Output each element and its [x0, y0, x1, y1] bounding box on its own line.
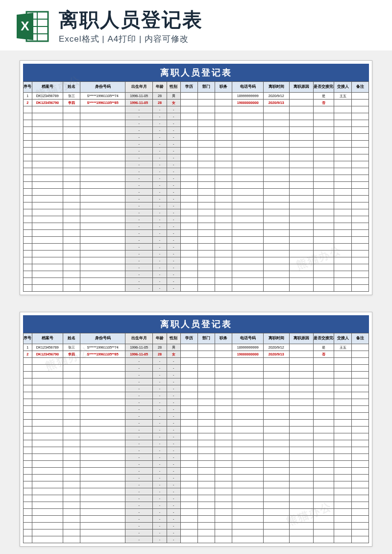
cell	[314, 244, 334, 251]
cell	[32, 127, 63, 134]
col-header: 离职时间	[263, 82, 289, 93]
cell	[232, 106, 263, 113]
cell	[24, 433, 32, 440]
cell	[232, 141, 263, 148]
cell	[334, 141, 351, 148]
cell	[197, 413, 215, 420]
cell	[289, 251, 313, 257]
cell	[314, 141, 334, 148]
col-header: 序号	[24, 333, 32, 344]
cell: -	[153, 168, 167, 175]
cell: -	[125, 127, 152, 134]
page-title: 离职人员登记表	[59, 9, 377, 30]
cell	[32, 378, 63, 385]
cell	[24, 216, 32, 223]
table-row: ---	[24, 148, 369, 154]
cell: -	[153, 399, 167, 406]
cell	[289, 264, 313, 271]
cell	[63, 365, 80, 372]
cell	[263, 244, 289, 251]
cell	[180, 372, 197, 378]
cell	[32, 365, 63, 372]
cell	[289, 454, 313, 461]
cell: -	[167, 488, 180, 495]
cell	[215, 365, 232, 372]
cell: -	[167, 189, 180, 196]
cell: -	[153, 154, 167, 161]
cell	[334, 168, 351, 175]
cell	[180, 216, 197, 223]
cell	[180, 344, 197, 351]
cell	[232, 237, 263, 244]
cell: -	[125, 461, 152, 468]
cell	[314, 468, 334, 475]
cell: -	[167, 141, 180, 148]
cell	[197, 454, 215, 461]
cell: -	[153, 196, 167, 202]
cell	[215, 189, 232, 196]
cell	[232, 223, 263, 230]
cell: 2	[24, 100, 32, 106]
cell	[334, 127, 351, 134]
cell: -	[153, 271, 167, 278]
cell	[180, 278, 197, 285]
cell	[24, 392, 32, 399]
cell	[334, 251, 351, 257]
cell	[32, 278, 63, 285]
cell	[80, 196, 125, 202]
cell	[32, 209, 63, 216]
cell	[232, 230, 263, 237]
cell	[289, 161, 313, 168]
cell	[32, 175, 63, 182]
cell	[289, 536, 313, 543]
cell	[263, 106, 289, 113]
cell	[232, 475, 263, 481]
table-row: ---	[24, 154, 369, 161]
cell	[63, 175, 80, 182]
cell	[314, 223, 334, 230]
cell	[180, 488, 197, 495]
cell	[180, 475, 197, 481]
cell	[351, 216, 368, 223]
cell	[197, 168, 215, 175]
cell	[314, 516, 334, 523]
cell	[334, 278, 351, 285]
cell	[289, 257, 313, 264]
cell: -	[167, 285, 180, 292]
sheet-preview-2: 熊猫办公 熊猫办公 离职人员登记表 序号档案号姓名身份号码出生年月年龄性别学历部…	[20, 312, 372, 547]
cell	[289, 175, 313, 182]
cell	[24, 230, 32, 237]
cell	[351, 223, 368, 230]
cell	[215, 134, 232, 141]
cell	[63, 468, 80, 475]
cell	[232, 161, 263, 168]
cell	[351, 523, 368, 529]
cell	[63, 475, 80, 481]
cell	[197, 523, 215, 529]
cell	[314, 251, 334, 257]
cell	[215, 113, 232, 120]
cell	[24, 285, 32, 292]
cell	[232, 175, 263, 182]
cell	[314, 175, 334, 182]
cell	[232, 468, 263, 475]
cell: -	[153, 413, 167, 420]
cell	[80, 523, 125, 529]
cell	[314, 461, 334, 468]
cell	[314, 523, 334, 529]
cell: DK123456790	[32, 351, 63, 358]
cell	[232, 454, 263, 461]
cell	[32, 106, 63, 113]
cell	[63, 420, 80, 427]
cell	[334, 237, 351, 244]
cell	[197, 365, 215, 372]
cell	[351, 536, 368, 543]
cell	[232, 216, 263, 223]
cell	[289, 120, 313, 127]
table-row: ---	[24, 406, 369, 413]
cell	[80, 461, 125, 468]
cell	[215, 141, 232, 148]
cell	[197, 161, 215, 168]
cell	[180, 454, 197, 461]
cell	[80, 113, 125, 120]
